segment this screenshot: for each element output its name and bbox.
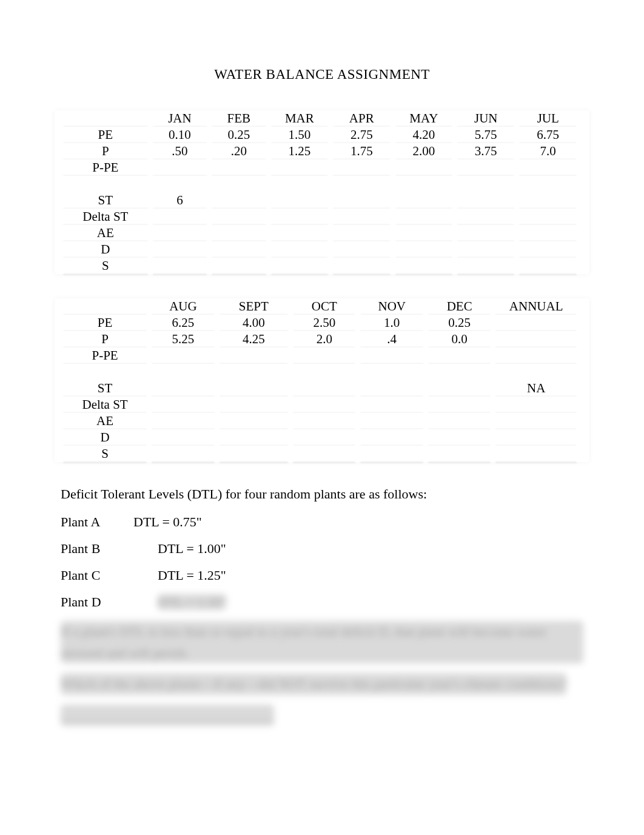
row-label-s: S <box>61 258 150 274</box>
cell <box>290 429 358 446</box>
cell <box>393 225 455 241</box>
cell <box>426 347 493 364</box>
cell <box>217 347 290 364</box>
cell <box>149 347 216 364</box>
page-title: WATER BALANCE ASSIGNMENT <box>61 67 583 82</box>
row-label-st: ST <box>61 380 149 397</box>
row-label-d: D <box>61 429 149 446</box>
cell <box>217 429 290 446</box>
blurred-text: DTL = 1.50" <box>158 594 226 610</box>
dtl-intro-text: Deficit Tolerant Levels (DTL) for four r… <box>61 486 583 502</box>
cell: 7.0 <box>517 143 579 159</box>
col-header-sept: SEPT <box>217 298 290 315</box>
cell: 0.25 <box>426 315 493 331</box>
plant-dtl: DTL = 1.25" <box>158 568 226 583</box>
cell <box>358 364 425 380</box>
cell <box>290 397 358 413</box>
cell <box>455 192 517 209</box>
cell <box>330 192 392 209</box>
cell <box>455 225 517 241</box>
cell: 1.75 <box>330 143 392 159</box>
cell: 2.0 <box>290 331 358 347</box>
cell <box>517 241 579 258</box>
cell <box>330 258 392 274</box>
col-header-annual: ANNUAL <box>493 298 579 315</box>
row-label-ae: AE <box>61 225 150 241</box>
cell: 4.00 <box>217 315 290 331</box>
row-label-blank <box>61 176 150 192</box>
col-header-apr: APR <box>330 110 392 127</box>
cell <box>493 331 579 347</box>
cell <box>209 258 268 274</box>
row-label-p-pe: P-PE <box>61 159 150 176</box>
cell: 5.75 <box>455 127 517 143</box>
col-header-aug: AUG <box>149 298 216 315</box>
cell <box>426 446 493 462</box>
cell <box>330 225 392 241</box>
plant-name: Plant C <box>61 568 133 583</box>
cell <box>393 209 455 225</box>
cell: 5.25 <box>149 331 216 347</box>
cell <box>358 429 425 446</box>
cell <box>358 413 425 429</box>
cell <box>455 241 517 258</box>
row-label-p-pe: P-PE <box>61 347 149 364</box>
row-label-delta-st: Delta ST <box>61 397 149 413</box>
cell: 1.25 <box>269 143 330 159</box>
row-label-header <box>61 298 149 315</box>
cell <box>150 159 209 176</box>
cell <box>330 176 392 192</box>
row-label-header <box>61 110 150 127</box>
cell <box>290 446 358 462</box>
blurred-text: Which of the above plants—if any—did NOT… <box>61 673 566 694</box>
cell <box>455 209 517 225</box>
col-header-oct: OCT <box>290 298 358 315</box>
cell <box>150 176 209 192</box>
cell <box>517 192 579 209</box>
cell <box>493 413 579 429</box>
plant-row-3: Plant DDTL = 1.50" <box>61 594 583 610</box>
cell: 1.50 <box>269 127 330 143</box>
cell <box>269 209 330 225</box>
col-header-dec: DEC <box>426 298 493 315</box>
cell <box>426 413 493 429</box>
cell <box>455 176 517 192</box>
cell <box>290 413 358 429</box>
cell <box>269 241 330 258</box>
cell <box>455 258 517 274</box>
plant-row-1: Plant BDTL = 1.00" <box>61 541 583 557</box>
row-label-d: D <box>61 241 150 258</box>
plant-row-0: Plant ADTL = 0.75" <box>61 514 583 530</box>
cell: 6.25 <box>149 315 216 331</box>
cell <box>209 159 268 176</box>
col-header-feb: FEB <box>209 110 268 127</box>
plant-name: Plant D <box>61 594 133 610</box>
col-header-jan: JAN <box>150 110 209 127</box>
cell <box>426 397 493 413</box>
cell: 4.25 <box>217 331 290 347</box>
cell: 0.10 <box>150 127 209 143</box>
cell <box>269 258 330 274</box>
cell <box>209 241 268 258</box>
cell <box>150 209 209 225</box>
cell: 0.25 <box>209 127 268 143</box>
cell <box>517 159 579 176</box>
cell <box>217 413 290 429</box>
cell: 1.0 <box>358 315 425 331</box>
cell <box>493 446 579 462</box>
cell <box>149 429 216 446</box>
cell <box>426 429 493 446</box>
plant-dtl: DTL = 1.50" <box>158 594 226 610</box>
row-label-delta-st: Delta ST <box>61 209 150 225</box>
plant-dtl: DTL = 1.00" <box>158 541 226 557</box>
cell <box>269 225 330 241</box>
cell: 2.75 <box>330 127 392 143</box>
cell <box>150 241 209 258</box>
cell: 6 <box>150 192 209 209</box>
blurred-paragraph-2: ________________________________ <box>61 705 583 726</box>
cell <box>149 413 216 429</box>
cell <box>149 446 216 462</box>
cell <box>426 364 493 380</box>
row-label-ae: AE <box>61 413 149 429</box>
cell <box>517 176 579 192</box>
